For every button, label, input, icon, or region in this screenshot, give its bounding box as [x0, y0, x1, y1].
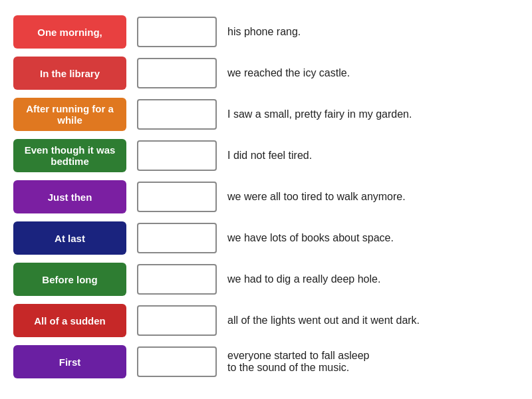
row-just-then-phrase-btn[interactable]: Just then [13, 180, 126, 213]
row-before-long: Before longwe had to dig a really deep h… [13, 261, 519, 298]
row-all-of-a-sudden-phrase-btn[interactable]: All of a sudden [13, 304, 126, 337]
row-first-sentence: everyone started to fall asleep to the s… [227, 350, 519, 374]
row-at-last: At lastwe have lots of books about space… [13, 219, 519, 257]
row-just-then-drop-box[interactable] [137, 182, 217, 212]
row-even-though: Even though it was bedtimeI did not feel… [13, 137, 519, 174]
row-first-phrase-btn[interactable]: First [13, 345, 126, 378]
row-one-morning: One morning,his phone rang. [13, 13, 519, 51]
row-before-long-sentence: we had to dig a really deep hole. [227, 273, 519, 285]
row-all-of-a-sudden: All of a suddenall of the lights went ou… [13, 302, 519, 339]
row-even-though-sentence: I did not feel tired. [227, 150, 519, 162]
row-before-long-drop-box[interactable] [137, 264, 217, 295]
row-all-of-a-sudden-sentence: all of the lights went out and it went d… [227, 315, 519, 327]
row-after-running-drop-box[interactable] [137, 99, 217, 130]
row-after-running-phrase-btn[interactable]: After running for a while [13, 98, 126, 131]
row-at-last-phrase-btn[interactable]: At last [13, 221, 126, 255]
row-just-then: Just thenwe were all too tired to walk a… [13, 178, 519, 215]
row-in-the-library-phrase-btn[interactable]: In the library [13, 57, 126, 90]
row-even-though-phrase-btn[interactable]: Even though it was bedtime [13, 139, 126, 172]
row-even-though-drop-box[interactable] [137, 140, 217, 171]
row-in-the-library: In the librarywe reached the icy castle. [13, 55, 519, 92]
row-all-of-a-sudden-drop-box[interactable] [137, 305, 217, 336]
row-in-the-library-drop-box[interactable] [137, 58, 217, 88]
row-one-morning-sentence: his phone rang. [227, 26, 519, 38]
row-just-then-sentence: we were all too tired to walk anymore. [227, 191, 519, 203]
row-one-morning-drop-box[interactable] [137, 17, 217, 47]
matching-activity: One morning,his phone rang.In the librar… [13, 13, 519, 380]
row-at-last-sentence: we have lots of books about space. [227, 232, 519, 244]
row-first: Firsteveryone started to fall asleep to … [13, 343, 519, 380]
row-in-the-library-sentence: we reached the icy castle. [227, 67, 519, 79]
row-before-long-phrase-btn[interactable]: Before long [13, 263, 126, 296]
row-at-last-drop-box[interactable] [137, 223, 217, 253]
row-first-drop-box[interactable] [137, 346, 217, 377]
row-after-running: After running for a whileI saw a small, … [13, 96, 519, 133]
row-one-morning-phrase-btn[interactable]: One morning, [13, 15, 126, 49]
row-after-running-sentence: I saw a small, pretty fairy in my garden… [227, 108, 519, 120]
